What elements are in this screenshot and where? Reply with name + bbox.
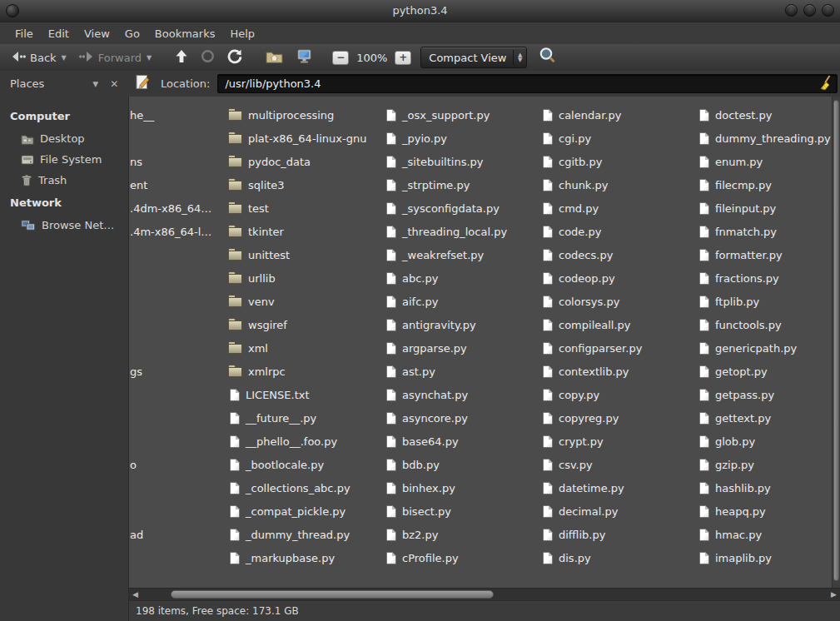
file-item[interactable]: copyreg.py [540, 406, 697, 430]
file-item[interactable]: _dummy_thread.py [227, 523, 384, 546]
file-item[interactable]: _strptime.py [384, 173, 540, 196]
file-item[interactable]: glob.py [697, 430, 832, 453]
file-item[interactable]: codeop.py [540, 266, 697, 290]
location-input[interactable]: /usr/lib/python3.4 [217, 74, 838, 93]
zoom-in-button[interactable]: + [395, 51, 411, 65]
file-item[interactable]: getopt.py [697, 360, 832, 383]
folder-item[interactable]: wsgiref [227, 313, 384, 336]
menu-view[interactable]: View [77, 24, 117, 43]
file-item[interactable]: asyncore.py [384, 406, 540, 430]
close-button[interactable] [822, 4, 834, 17]
file-item[interactable]: imaplib.py [697, 546, 832, 569]
folder-item[interactable]: test [227, 196, 384, 220]
desktop-button[interactable] [291, 47, 317, 69]
file-item[interactable]: _pyio.py [384, 127, 540, 150]
scroll-right-icon[interactable]: ▶ [831, 590, 837, 599]
file-item[interactable]: fileinput.py [697, 196, 832, 220]
file-item[interactable]: hmac.py [697, 523, 832, 546]
file-item[interactable]: bdb.py [384, 453, 540, 476]
file-item[interactable]: datetime.py [540, 476, 697, 499]
file-item[interactable]: cProfile.py [384, 546, 540, 569]
sidebar-item-desktop[interactable]: Desktop [0, 128, 128, 149]
file-item[interactable]: _markupbase.py [227, 546, 384, 569]
scroll-left-icon[interactable]: ◀ [132, 590, 138, 599]
folder-item[interactable]: plat-x86_64-linux-gnu [227, 127, 384, 150]
folder-item[interactable]: sqlite3 [227, 173, 384, 196]
file-item[interactable]: difflib.py [540, 523, 697, 546]
forward-button[interactable]: Forward ▼ [75, 48, 156, 67]
file-item[interactable]: fractions.py [697, 266, 832, 290]
file-item-clipped[interactable]: .4m-x86_64-l… [129, 220, 211, 243]
search-button[interactable] [538, 47, 558, 68]
maximize-button[interactable] [803, 4, 816, 17]
file-item[interactable]: enum.py [697, 150, 832, 173]
file-item-clipped[interactable]: gs [129, 360, 142, 383]
file-item[interactable]: heapq.py [697, 499, 832, 523]
file-item[interactable]: argparse.py [384, 336, 540, 360]
file-item[interactable]: _bootlocale.py [227, 453, 384, 476]
folder-item[interactable]: multiprocessing [227, 103, 384, 127]
horizontal-scrollbar[interactable]: ◀ ▶ [129, 588, 840, 600]
file-item[interactable]: bisect.py [384, 499, 540, 523]
file-item[interactable]: decimal.py [540, 499, 697, 523]
file-item[interactable]: doctest.py [697, 103, 832, 127]
file-item[interactable]: dummy_threading.py [697, 127, 832, 150]
file-item[interactable]: getpass.py [697, 383, 832, 406]
forward-dropdown-icon[interactable]: ▼ [147, 54, 152, 62]
menu-edit[interactable]: Edit [41, 24, 77, 43]
file-item-clipped[interactable]: o [129, 453, 137, 476]
folder-item[interactable]: xmlrpc [227, 360, 384, 383]
file-item[interactable]: copy.py [540, 383, 697, 406]
spinner-arrows-icon[interactable]: ▲▼ [513, 50, 522, 65]
clear-broom-icon[interactable] [819, 75, 832, 93]
folder-item[interactable]: venv [227, 290, 384, 313]
file-item[interactable]: aifc.py [384, 290, 540, 313]
back-dropdown-icon[interactable]: ▼ [62, 54, 67, 62]
file-item[interactable]: gettext.py [697, 406, 832, 430]
file-item[interactable]: binhex.py [384, 476, 540, 499]
up-button[interactable] [171, 47, 192, 68]
file-item[interactable]: LICENSE.txt [227, 383, 384, 406]
file-item[interactable]: bz2.py [384, 523, 540, 546]
sidebar-item-browse-net[interactable]: Browse Net… [0, 215, 128, 236]
home-button[interactable] [261, 47, 287, 68]
places-close-icon[interactable]: ✕ [110, 78, 118, 90]
file-item[interactable]: antigravity.py [384, 313, 540, 336]
file-item[interactable]: _sitebuiltins.py [384, 150, 540, 173]
file-item[interactable]: _collections_abc.py [227, 476, 384, 499]
stop-button[interactable] [196, 47, 219, 68]
file-item[interactable]: functools.py [697, 313, 832, 336]
menu-go[interactable]: Go [117, 24, 147, 43]
file-item[interactable]: cgitb.py [540, 150, 697, 173]
menu-bookmarks[interactable]: Bookmarks [147, 24, 223, 43]
file-item[interactable]: code.py [540, 220, 697, 243]
file-item[interactable]: chunk.py [540, 173, 697, 196]
file-item-clipped[interactable]: ns [129, 150, 142, 173]
zoom-out-button[interactable]: − [332, 51, 349, 65]
back-button[interactable]: Back ▼ [7, 48, 71, 67]
file-item[interactable]: abc.py [384, 266, 540, 290]
horizontal-scrollbar-thumb[interactable] [171, 590, 494, 599]
file-item[interactable]: contextlib.py [540, 360, 697, 383]
file-item[interactable]: _threading_local.py [384, 220, 540, 243]
vertical-scrollbar[interactable] [832, 97, 840, 588]
file-item[interactable]: fnmatch.py [697, 220, 832, 243]
vertical-scrollbar-thumb[interactable] [833, 100, 839, 581]
file-item[interactable]: compileall.py [540, 313, 697, 336]
file-item-clipped[interactable]: he__ [129, 103, 154, 127]
file-item[interactable]: codecs.py [540, 243, 697, 266]
sidebar-item-trash[interactable]: Trash [0, 170, 128, 191]
folder-item[interactable]: xml [227, 336, 384, 360]
file-item[interactable]: _compat_pickle.py [227, 499, 384, 523]
view-mode-dropdown[interactable]: Compact View ▲▼ [420, 47, 527, 68]
folder-item[interactable]: pydoc_data [227, 150, 384, 173]
file-item[interactable]: base64.py [384, 430, 540, 453]
file-item[interactable]: filecmp.py [697, 173, 832, 196]
file-item[interactable]: crypt.py [540, 430, 697, 453]
menu-file[interactable]: File [7, 24, 41, 43]
folder-item[interactable]: tkinter [227, 220, 384, 243]
file-item[interactable]: __future__.py [227, 406, 384, 430]
folder-item[interactable]: urllib [227, 266, 384, 290]
file-item[interactable]: ftplib.py [697, 290, 832, 313]
menu-help[interactable]: Help [222, 24, 262, 43]
